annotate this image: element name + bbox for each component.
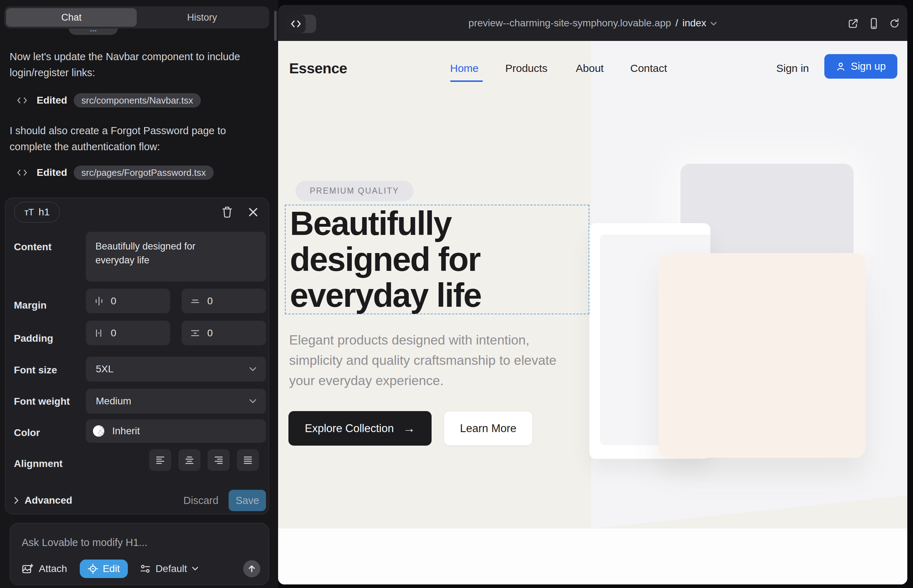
nav-link-contact[interactable]: Contact — [630, 62, 667, 74]
assistant-message: Now let's update the Navbar component to… — [10, 49, 261, 81]
attach-button[interactable]: Attach — [22, 563, 67, 575]
margin-x-input[interactable]: 0 — [86, 289, 170, 313]
hero-headline: Beautifully designed for everyday life — [290, 205, 585, 313]
padding-y-input[interactable]: 0 — [181, 321, 266, 345]
edited-file-row: Edited src/components/Navbar.tsx — [17, 93, 201, 108]
padding-horizontal-icon — [94, 328, 104, 338]
align-justify-button[interactable] — [237, 449, 259, 471]
element-tag-label: h1 — [39, 207, 50, 218]
nav-link-about[interactable]: About — [576, 62, 604, 74]
sign-in-link[interactable]: Sign in — [776, 62, 809, 74]
padding-x-input[interactable]: 0 — [86, 321, 170, 345]
user-icon — [836, 61, 846, 71]
font-weight-select[interactable]: Medium — [86, 389, 266, 414]
file-pill[interactable]: src/components/Navbar.tsx — [74, 93, 201, 108]
chat-history-tabs: Chat History — [4, 6, 269, 29]
sliders-icon — [140, 564, 151, 574]
tab-history[interactable]: History — [137, 8, 267, 27]
next-section-band — [278, 528, 907, 585]
site-navbar: Essence Home Products About Contact Sign… — [278, 41, 907, 94]
mobile-view-icon[interactable] — [868, 18, 880, 29]
preview-area: preview--charming-site-symphony.lovable.… — [278, 0, 913, 588]
edited-label: Edited — [37, 95, 67, 106]
code-icon — [17, 169, 28, 176]
hero-description: Elegant products designed with intention… — [289, 330, 580, 391]
site-viewport: Essence Home Products About Contact Sign… — [278, 41, 907, 585]
advanced-toggle[interactable]: Advanced — [14, 490, 72, 511]
margin-horizontal-icon — [94, 296, 104, 306]
align-center-button[interactable] — [178, 449, 201, 471]
prompt-placeholder: Ask Lovable to modify H1... — [22, 537, 147, 549]
chevron-down-icon — [711, 22, 717, 26]
target-icon — [87, 564, 98, 574]
prompt-toolbar: Attach Edit — [22, 559, 260, 579]
font-size-label: Font size — [14, 365, 57, 376]
edited-label: Edited — [37, 167, 67, 178]
chevron-down-icon — [249, 399, 257, 404]
padding-label: Padding — [14, 333, 53, 344]
url-bar[interactable]: preview--charming-site-symphony.lovable.… — [278, 5, 907, 41]
delete-element-button[interactable] — [221, 206, 233, 218]
edit-mode-button[interactable]: Edit — [80, 559, 128, 578]
browser-chrome: preview--charming-site-symphony.lovable.… — [278, 5, 907, 585]
margin-label: Margin — [14, 300, 47, 311]
alignment-label: Alignment — [14, 458, 63, 470]
browser-topbar: preview--charming-site-symphony.lovable.… — [278, 5, 907, 41]
padding-vertical-icon — [190, 328, 200, 338]
chevron-right-icon — [14, 496, 19, 504]
sign-up-button[interactable]: Sign up — [824, 54, 897, 79]
site-logo[interactable]: Essence — [289, 60, 347, 77]
color-select[interactable]: Inherit — [86, 419, 266, 443]
nav-link-home[interactable]: Home — [450, 62, 479, 74]
nav-link-products[interactable]: Products — [505, 62, 547, 74]
decor-card-beige — [659, 253, 865, 458]
font-weight-label: Font weight — [14, 396, 70, 407]
tab-chat[interactable]: Chat — [6, 8, 137, 27]
file-pill[interactable]: src/pages/ForgotPassword.tsx — [74, 165, 214, 180]
send-button[interactable] — [243, 560, 260, 577]
typography-icon: тT — [24, 207, 34, 218]
arrow-right-icon: → — [403, 422, 415, 435]
margin-y-input[interactable]: 0 — [181, 289, 266, 313]
content-input[interactable]: Beautifully designed for everyday life — [86, 232, 266, 281]
edited-file-row: Edited src/pages/ForgotPassword.tsx — [17, 165, 214, 180]
close-icon[interactable] — [247, 206, 260, 218]
selected-element-tag: тT h1 — [14, 202, 60, 223]
chat-scrollbar[interactable] — [274, 11, 277, 41]
active-nav-underline — [450, 81, 483, 82]
url-domain: preview--charming-site-symphony.lovable.… — [469, 18, 671, 29]
mode-select[interactable]: Default — [140, 563, 199, 575]
url-separator: / — [675, 18, 678, 29]
discard-button[interactable]: Discard — [183, 490, 218, 511]
element-editor-panel: тT h1 Content Beautifully designed for e… — [5, 197, 269, 514]
prompt-input-box[interactable]: Ask Lovable to modify H1... Attach — [10, 523, 269, 585]
hero-badge: PREMIUM QUALITY — [296, 181, 413, 201]
align-left-button[interactable] — [149, 449, 171, 471]
save-button[interactable]: Save — [228, 490, 266, 511]
code-icon — [17, 97, 28, 104]
color-swatch — [93, 425, 104, 437]
align-right-button[interactable] — [207, 449, 230, 471]
attach-image-icon — [22, 563, 33, 575]
chevron-down-icon — [249, 367, 257, 372]
assistant-message: I should also create a Forgot Password p… — [10, 123, 261, 155]
color-label: Color — [14, 427, 40, 438]
margin-vertical-icon — [190, 297, 200, 306]
open-external-icon[interactable] — [847, 18, 859, 29]
selected-element-outline[interactable]: Beautifully designed for everyday life — [285, 205, 589, 314]
chevron-down-icon — [192, 567, 198, 571]
alignment-group — [149, 449, 259, 471]
background-wedge — [591, 495, 907, 528]
chat-panel: ... Chat History Now let's update the Na… — [0, 0, 278, 588]
learn-more-button[interactable]: Learn More — [444, 411, 533, 446]
url-page: index — [682, 18, 706, 29]
refresh-icon[interactable] — [889, 18, 900, 29]
explore-collection-button[interactable]: Explore Collection → — [288, 411, 432, 446]
content-label: Content — [14, 241, 52, 253]
font-size-select[interactable]: 5XL — [86, 357, 266, 381]
